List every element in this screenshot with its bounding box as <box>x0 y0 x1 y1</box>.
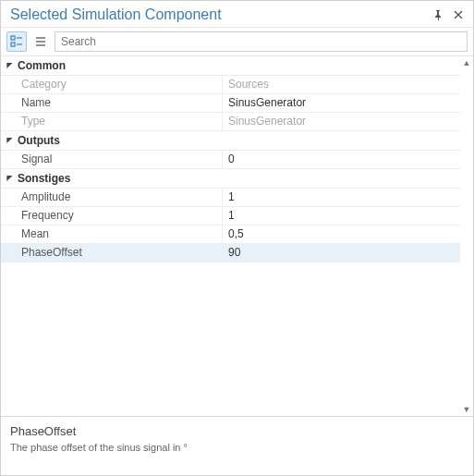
group-header[interactable]: Sonstiges <box>1 169 460 189</box>
property-row[interactable]: Mean0,5 <box>1 226 460 244</box>
search-input[interactable] <box>55 31 468 52</box>
property-row[interactable]: CategorySources <box>1 76 460 94</box>
chevron-down-icon <box>6 136 14 146</box>
property-row[interactable]: Amplitude1 <box>1 189 460 207</box>
property-value[interactable]: 90 <box>223 244 460 262</box>
property-name: Frequency <box>1 207 223 225</box>
property-value[interactable]: 1 <box>223 207 460 225</box>
property-name: Mean <box>1 226 223 243</box>
property-name: Amplitude <box>1 189 223 206</box>
group-header[interactable]: Common <box>1 56 460 76</box>
group-label: Sonstiges <box>18 172 70 185</box>
pin-icon[interactable] <box>431 7 445 22</box>
categorized-view-button[interactable] <box>6 31 27 52</box>
chevron-down-icon <box>6 174 14 184</box>
property-name: Signal <box>1 151 223 168</box>
alphabetical-view-button[interactable] <box>30 31 51 52</box>
property-row[interactable]: Frequency1 <box>1 207 460 226</box>
property-name: PhaseOffset <box>1 244 223 262</box>
panel-title: Selected Simulation Component <box>10 6 425 23</box>
property-grid: CommonCategorySourcesNameSinusGeneratorT… <box>1 56 460 416</box>
chevron-down-icon <box>6 61 14 71</box>
scroll-down-icon[interactable]: ▼ <box>462 405 471 414</box>
close-icon[interactable] <box>451 7 466 22</box>
property-name: Category <box>1 76 223 93</box>
property-name: Type <box>1 113 223 130</box>
description-text: The phase offset of the sinus signal in … <box>10 442 464 453</box>
description-panel: PhaseOffset The phase offset of the sinu… <box>1 416 473 475</box>
group-header[interactable]: Outputs <box>1 131 460 151</box>
svg-rect-1 <box>11 43 15 46</box>
group-label: Common <box>18 59 66 72</box>
scroll-up-icon[interactable]: ▲ <box>462 58 471 67</box>
property-value[interactable]: 0,5 <box>223 226 460 243</box>
property-row[interactable]: Signal0 <box>1 151 460 169</box>
property-value: Sources <box>223 76 460 93</box>
property-value: SinusGenerator <box>223 113 460 130</box>
svg-rect-0 <box>11 36 15 40</box>
description-title: PhaseOffset <box>10 424 464 438</box>
property-value[interactable]: SinusGenerator <box>223 94 460 112</box>
property-value[interactable]: 1 <box>223 189 460 206</box>
property-name: Name <box>1 94 223 112</box>
property-row[interactable]: NameSinusGenerator <box>1 94 460 113</box>
group-label: Outputs <box>18 134 60 147</box>
property-row[interactable]: PhaseOffset90 <box>1 244 460 262</box>
property-value[interactable]: 0 <box>223 151 460 168</box>
property-row[interactable]: TypeSinusGenerator <box>1 113 460 131</box>
